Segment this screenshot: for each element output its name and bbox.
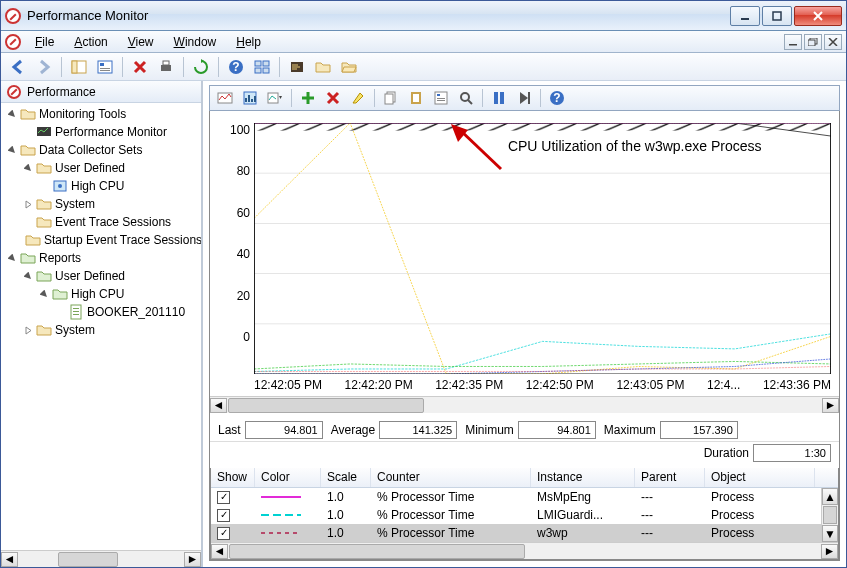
tree-node[interactable]: System [1,321,201,339]
table-row[interactable]: 1.0% Processor TimeLMIGuardi...---Proces… [211,506,838,524]
counter-horizontal-scrollbar[interactable]: ◄ ► [211,542,838,559]
mdi-close-button[interactable] [824,34,842,50]
tree-node[interactable]: BOOKER_201110 [1,303,201,321]
delete-button[interactable] [129,56,151,78]
scroll-thumb[interactable] [228,398,424,413]
tree-node[interactable]: User Defined [1,267,201,285]
color-swatch-icon [261,494,301,500]
scroll-up-icon[interactable]: ▲ [822,488,838,505]
mdi-minimize-button[interactable] [784,34,802,50]
col-show[interactable]: Show [211,468,255,487]
menu-file[interactable]: File [27,33,62,51]
tree-node[interactable]: Performance Monitor [1,123,201,141]
tree-node[interactable]: User Defined [1,159,201,177]
add-counter-button[interactable] [297,88,319,108]
close-button[interactable] [794,6,842,26]
update-button[interactable] [513,88,535,108]
expand-icon[interactable] [23,325,34,336]
show-checkbox[interactable] [217,509,230,522]
menu-window[interactable]: Window [166,33,225,51]
expand-icon[interactable] [23,163,34,174]
expand-icon[interactable] [7,109,18,120]
zoom-button[interactable] [455,88,477,108]
properties-button[interactable] [94,56,116,78]
chart-type-dropdown[interactable] [264,88,286,108]
svg-rect-37 [437,100,445,101]
svg-rect-2 [789,44,797,46]
col-parent[interactable]: Parent [635,468,705,487]
tree-header[interactable]: Performance [1,81,201,103]
col-counter[interactable]: Counter [371,468,531,487]
expand-icon[interactable] [23,217,34,228]
col-color[interactable]: Color [255,468,321,487]
mdi-restore-button[interactable] [804,34,822,50]
tree-node[interactable]: High CPU [1,285,201,303]
minimize-button[interactable] [730,6,760,26]
tree[interactable]: Monitoring ToolsPerformance MonitorData … [1,103,201,550]
show-checkbox[interactable] [217,527,230,540]
open-folder-button[interactable] [338,56,360,78]
scroll-left-icon[interactable]: ◄ [210,398,227,413]
expand-icon[interactable] [39,289,50,300]
print-button[interactable] [155,56,177,78]
log-button[interactable] [286,56,308,78]
scroll-left-icon[interactable]: ◄ [1,552,18,567]
tree-node[interactable]: Reports [1,249,201,267]
freeze-button[interactable] [488,88,510,108]
highlight-button[interactable] [347,88,369,108]
properties-chart-button[interactable] [430,88,452,108]
back-button[interactable] [7,56,29,78]
table-row[interactable]: 1.0% Processor TimeMsMpEng---Process [211,488,838,506]
show-hide-tree-button[interactable] [68,56,90,78]
chart-help-button[interactable]: ? [546,88,568,108]
tree-horizontal-scrollbar[interactable]: ◄ ► [1,550,201,567]
tree-node[interactable]: Monitoring Tools [1,105,201,123]
expand-icon[interactable] [23,271,34,282]
chart-plot-area[interactable]: CPU Utilization of the w3wp.exe Process [254,123,831,374]
scroll-thumb[interactable] [229,544,525,559]
expand-icon[interactable] [23,127,34,138]
scroll-down-icon[interactable]: ▼ [822,525,838,542]
menu-view[interactable]: View [120,33,162,51]
scroll-right-icon[interactable]: ► [822,398,839,413]
view-log-button[interactable] [239,88,261,108]
remove-counter-button[interactable] [322,88,344,108]
show-checkbox[interactable] [217,491,230,504]
menu-help[interactable]: Help [228,33,269,51]
scroll-left-icon[interactable]: ◄ [211,544,228,559]
help-button[interactable]: ? [225,56,247,78]
svg-rect-11 [161,65,171,71]
views-button[interactable] [251,56,273,78]
view-current-button[interactable] [214,88,236,108]
tree-node[interactable]: Data Collector Sets [1,141,201,159]
expand-icon[interactable] [7,253,18,264]
expand-icon[interactable] [55,307,66,318]
table-row[interactable]: 1.0% Processor Timew3wp---Process [211,524,838,542]
col-scale[interactable]: Scale [321,468,371,487]
counter-table-body[interactable]: 1.0% Processor TimeMsMpEng---Process1.0%… [211,488,838,542]
col-object[interactable]: Object [705,468,815,487]
counter-vertical-scrollbar[interactable]: ▲ ▼ [821,488,838,542]
maximize-button[interactable] [762,6,792,26]
tree-node[interactable]: Startup Event Trace Sessions [1,231,201,249]
tree-node[interactable]: System [1,195,201,213]
counter-table-header[interactable]: Show Color Scale Counter Instance Parent… [211,468,838,488]
forward-button[interactable] [33,56,55,78]
chart-horizontal-scrollbar[interactable]: ◄ ► [210,396,839,413]
expand-icon[interactable] [39,181,50,192]
scroll-right-icon[interactable]: ► [821,544,838,559]
refresh-button[interactable] [190,56,212,78]
scroll-right-icon[interactable]: ► [184,552,201,567]
menu-action[interactable]: Action [66,33,115,51]
titlebar[interactable]: Performance Monitor [1,1,846,31]
tree-node[interactable]: Event Trace Sessions [1,213,201,231]
tree-node[interactable]: High CPU [1,177,201,195]
col-instance[interactable]: Instance [531,468,635,487]
folder-button[interactable] [312,56,334,78]
scroll-thumb[interactable] [823,506,837,524]
scroll-thumb[interactable] [58,552,118,567]
paste-button[interactable] [405,88,427,108]
expand-icon[interactable] [23,199,34,210]
expand-icon[interactable] [7,145,18,156]
copy-button[interactable] [380,88,402,108]
